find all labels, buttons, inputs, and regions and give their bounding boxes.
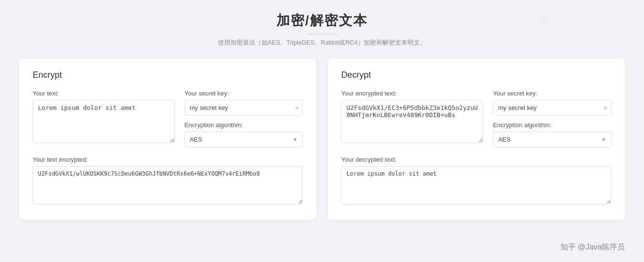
decrypt-key-group: Your secret key: × <box>493 90 611 116</box>
header-divider <box>308 34 336 35</box>
page-subtitle: 使用加密算法（如AES、TripleDES、Rabbit或RC4）加密和解密文本… <box>19 38 625 47</box>
encrypt-algo-group: Encryption algorithm: AES TripleDES Rabb… <box>184 121 303 147</box>
decrypt-key-input[interactable] <box>493 100 611 116</box>
encrypt-algo-select[interactable]: AES TripleDES Rabbit RC4 <box>184 131 303 147</box>
decrypt-result-section: Your decrypted text: <box>341 156 611 206</box>
encrypt-algo-select-wrapper: AES TripleDES Rabbit RC4 ▼ <box>184 131 303 147</box>
encrypt-key-clear-icon[interactable]: × <box>295 104 299 112</box>
encrypt-panel-title: Encrypt <box>33 70 303 80</box>
decrypt-text-label: Your encrypted text: <box>341 90 483 97</box>
encrypt-key-input[interactable] <box>184 100 303 116</box>
decrypt-text-input[interactable] <box>341 100 483 143</box>
decrypt-result-textarea[interactable] <box>341 166 611 204</box>
heart-icon[interactable]: ♡ <box>540 15 548 26</box>
encrypt-result-textarea[interactable] <box>33 166 303 204</box>
encrypt-right-col: Your secret key: × Encryption algorithm:… <box>184 90 303 147</box>
decrypt-algo-select[interactable]: AES TripleDES Rabbit RC4 <box>493 131 611 147</box>
decrypt-key-wrapper: × <box>493 100 611 116</box>
decrypt-algo-label: Encryption algorithm: <box>493 121 611 129</box>
encrypt-key-label: Your secret key: <box>184 90 303 97</box>
encrypt-top-row: Your text: Your secret key: × Encryption… <box>33 90 303 147</box>
decrypt-algo-group: Encryption algorithm: AES TripleDES Rabb… <box>493 121 611 147</box>
decrypt-key-clear-icon[interactable]: × <box>604 104 608 112</box>
encrypt-key-group: Your secret key: × <box>184 90 303 116</box>
page-title: 加密/解密文本 <box>19 12 625 30</box>
watermark: 知乎 @Java陈序员 <box>561 242 625 252</box>
decrypt-key-label: Your secret key: <box>493 90 611 97</box>
encrypt-panel: Encrypt Your text: Your secret key: × <box>19 59 316 220</box>
encrypt-result-label: Your text encrypted: <box>33 156 303 163</box>
decrypt-right-col: Your secret key: × Encryption algorithm:… <box>493 90 611 147</box>
decrypt-panel-title: Decrypt <box>341 70 611 80</box>
encrypt-algo-label: Encryption algorithm: <box>184 121 303 129</box>
page-header: 加密/解密文本 使用加密算法（如AES、TripleDES、Rabbit或RC4… <box>19 12 625 47</box>
encrypt-result-section: Your text encrypted: <box>33 156 303 206</box>
encrypt-key-wrapper: × <box>184 100 303 116</box>
decrypt-panel: Decrypt Your encrypted text: Your secret… <box>328 59 625 220</box>
decrypt-text-group: Your encrypted text: <box>341 90 483 143</box>
decrypt-result-label: Your decrypted text: <box>341 156 611 163</box>
encrypt-text-input[interactable] <box>33 100 175 143</box>
encrypt-text-label: Your text: <box>33 90 175 97</box>
encrypt-text-group: Your text: <box>33 90 175 143</box>
panels-container: Encrypt Your text: Your secret key: × <box>19 59 625 220</box>
decrypt-algo-select-wrapper: AES TripleDES Rabbit RC4 ▼ <box>493 131 611 147</box>
decrypt-top-row: Your encrypted text: Your secret key: × … <box>341 90 611 147</box>
